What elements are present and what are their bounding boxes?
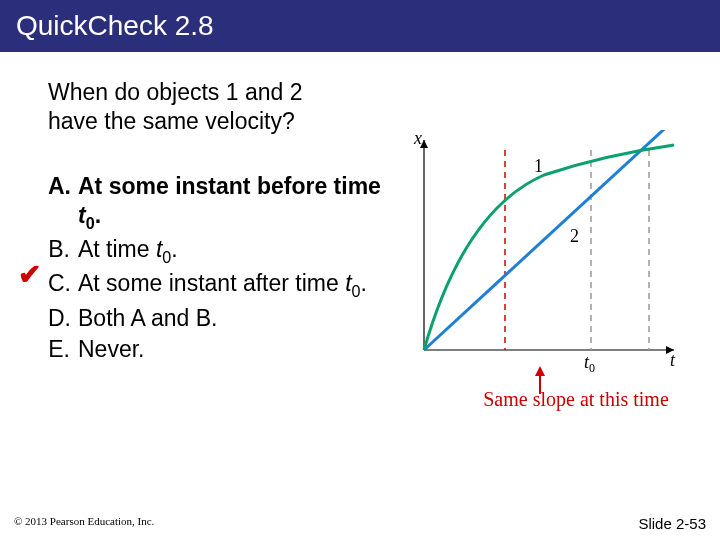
curve-2-label: 2	[570, 226, 579, 246]
choice-b: B. At time t0.	[48, 235, 388, 267]
y-axis-label: x	[413, 130, 422, 148]
curve-1	[424, 145, 674, 350]
curve-2	[424, 130, 674, 350]
t0-label: t0	[584, 352, 595, 375]
svg-marker-1	[535, 366, 545, 376]
curve-1-label: 1	[534, 156, 543, 176]
choice-letter: B.	[48, 235, 78, 267]
choice-letter: A.	[48, 172, 78, 234]
choice-letter: D.	[48, 304, 78, 333]
choice-text: Both A and B.	[78, 304, 388, 333]
choice-text: Never.	[78, 335, 388, 364]
answer-choices: A. At some instant before time t0. B. At…	[48, 172, 388, 365]
choice-a: A. At some instant before time t0.	[48, 172, 388, 234]
choice-text: At some instant after time t0.	[78, 269, 388, 301]
choice-text: At some instant before time t0.	[78, 172, 388, 234]
x-axis-label: t	[670, 350, 676, 370]
choice-letter: C.	[48, 269, 78, 301]
choice-c: C. At some instant after time t0.	[48, 269, 388, 301]
slide-number: Slide 2-53	[638, 515, 706, 532]
choice-e: E. Never.	[48, 335, 388, 364]
slide: QuickCheck 2.8 When do objects 1 and 2 h…	[0, 0, 720, 540]
checkmark-icon: ✔	[18, 258, 41, 291]
slide-title: QuickCheck 2.8	[0, 0, 720, 52]
choice-text: At time t0.	[78, 235, 388, 267]
slide-content: When do objects 1 and 2 have the same ve…	[0, 60, 720, 510]
footer: © 2013 Pearson Education, Inc. Slide 2-5…	[14, 515, 706, 532]
choice-d: D. Both A and B.	[48, 304, 388, 333]
position-time-graph: x t 1 2 t0	[394, 130, 684, 380]
graph-caption: Same slope at this time	[436, 388, 716, 411]
choice-letter: E.	[48, 335, 78, 364]
copyright-text: © 2013 Pearson Education, Inc.	[14, 515, 154, 532]
question-text: When do objects 1 and 2 have the same ve…	[48, 78, 358, 136]
